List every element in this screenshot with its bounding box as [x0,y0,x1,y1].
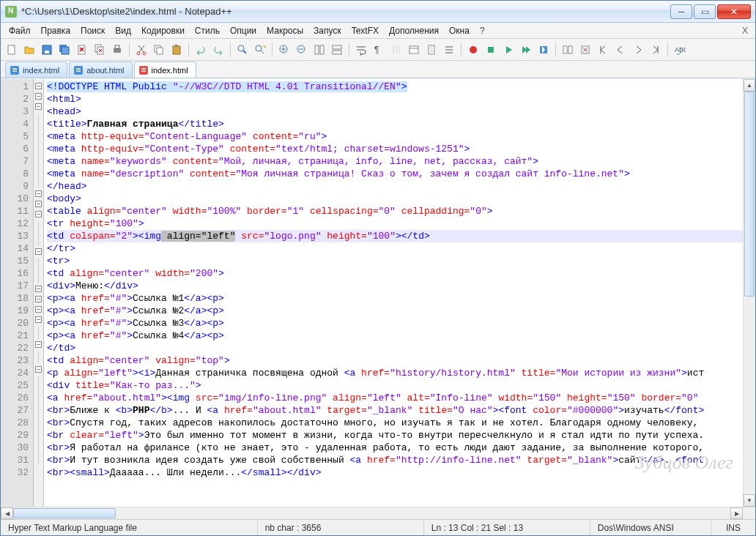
paste-icon[interactable] [168,42,185,58]
menu-view[interactable]: Вид [110,24,136,37]
maximize-button[interactable]: ▭ [694,4,716,19]
close-file-icon[interactable] [74,42,90,58]
clear-compare-icon[interactable] [577,42,593,58]
tab-bar: index.html about.html index.html [1,61,755,78]
save-icon[interactable] [39,42,55,58]
macro-play-multi-icon[interactable] [518,42,534,58]
svg-rect-14 [173,46,180,54]
macro-play-icon[interactable] [500,42,516,58]
macro-record-icon[interactable] [465,42,481,58]
svg-rect-8 [114,48,121,53]
svg-rect-28 [488,47,494,53]
svg-point-17 [256,45,262,51]
status-filetype: Hyper Text Markup Language file [1,520,258,535]
menu-textfx[interactable]: TextFX [346,24,384,37]
func-list-icon[interactable] [441,42,457,58]
undo-icon[interactable] [193,42,209,58]
menubar: Файл Правка Поиск Вид Кодировки Стиль Оп… [1,23,755,39]
close-button[interactable]: ✕ [717,4,751,19]
svg-rect-31 [568,46,572,53]
titlebar: *C:\Users\1\Desktop\site2\index.html - N… [1,1,755,23]
doc-map-icon[interactable] [423,42,440,58]
file-icon [74,66,83,75]
editor-area: 1234567891011121314151617181920212223242… [1,78,755,507]
svg-rect-25 [410,46,418,53]
menu-windows[interactable]: Окна [444,24,475,37]
macro-save-icon[interactable] [536,42,552,58]
spell-check-icon[interactable]: ABC [672,42,688,58]
svg-rect-23 [333,51,341,54]
menu-run[interactable]: Запуск [308,24,346,37]
app-window: *C:\Users\1\Desktop\site2\index.html - N… [0,0,756,536]
svg-rect-2 [45,51,49,53]
close-all-icon[interactable] [92,42,108,58]
nav-last-icon[interactable] [648,42,664,58]
menu-style[interactable]: Стиль [190,24,225,37]
svg-rect-4 [62,47,69,54]
zoom-out-icon[interactable] [294,42,310,58]
indent-guide-icon[interactable] [388,42,404,58]
svg-rect-13 [157,48,163,54]
svg-point-27 [470,46,477,53]
toolbar: ¶ ABC [1,39,755,61]
show-all-chars-icon[interactable]: ¶ [371,42,387,58]
tab-index2-active[interactable]: index.html [134,62,196,78]
nav-next-icon[interactable] [630,42,646,58]
find-icon[interactable] [234,42,251,58]
menu-search[interactable]: Поиск [75,24,110,37]
cut-icon[interactable] [133,42,149,58]
svg-point-16 [238,45,244,51]
svg-rect-15 [175,45,178,47]
svg-text:ABC: ABC [675,46,686,53]
menu-help[interactable]: ? [475,24,490,37]
fold-gutter [34,79,44,507]
user-lang-icon[interactable] [406,42,422,58]
open-file-icon[interactable] [21,42,37,58]
minimize-button[interactable]: ─ [670,4,692,19]
tab-label: about.html [86,66,124,75]
new-file-icon[interactable] [4,42,20,58]
sync-hscroll-icon[interactable] [329,42,345,58]
svg-rect-9 [115,45,119,48]
nav-first-icon[interactable] [595,42,611,58]
status-nbchar: nb char : 3656 [258,520,424,535]
zoom-in-icon[interactable] [276,42,292,58]
save-all-icon[interactable] [56,42,73,58]
window-title: *C:\Users\1\Desktop\site2\index.html - N… [21,6,669,17]
tab-about[interactable]: about.html [69,62,132,78]
horizontal-scrollbar[interactable]: ◀ ▶ [1,507,755,519]
scroll-down-icon[interactable]: ▼ [744,494,755,507]
status-insert-mode: INS [711,520,755,535]
print-icon[interactable] [109,42,125,58]
wordwrap-icon[interactable] [353,42,369,58]
scroll-left-icon[interactable]: ◀ [1,507,13,519]
scroll-right-icon[interactable]: ▶ [730,507,743,519]
tab-index1[interactable]: index.html [5,62,67,78]
menu-encoding[interactable]: Кодировки [136,24,190,37]
scroll-up-icon[interactable]: ▲ [744,79,755,92]
tab-label: index.html [23,66,59,75]
vertical-scrollbar[interactable]: ▲ ▼ [743,79,755,507]
status-position: Ln : 13 Col : 21 Sel : 13 [424,520,590,535]
svg-rect-22 [333,45,341,49]
redo-icon[interactable] [210,42,226,58]
menu-edit[interactable]: Правка [36,24,76,37]
replace-icon[interactable] [252,42,268,58]
code-editor[interactable]: <!DOCTYPE HTML Public "-//W3C//DTD HTML … [44,79,743,507]
menu-plugins[interactable]: Дополнения [384,24,444,37]
file-modified-icon [139,66,148,75]
menu-macros[interactable]: Макросы [262,24,308,37]
macro-stop-icon[interactable] [483,42,499,58]
compare-icon[interactable] [560,42,576,58]
svg-rect-30 [563,46,567,53]
scroll-thumb[interactable] [744,92,755,297]
menu-file[interactable]: Файл [4,24,36,37]
menu-options[interactable]: Опции [225,24,262,37]
menu-x-button[interactable]: X [738,24,752,37]
svg-rect-21 [320,45,324,54]
nav-prev-icon[interactable] [612,42,629,58]
sync-vscroll-icon[interactable] [311,42,327,58]
scroll-thumb-h[interactable] [13,508,116,518]
svg-text:¶: ¶ [374,45,379,55]
copy-icon[interactable] [151,42,167,58]
